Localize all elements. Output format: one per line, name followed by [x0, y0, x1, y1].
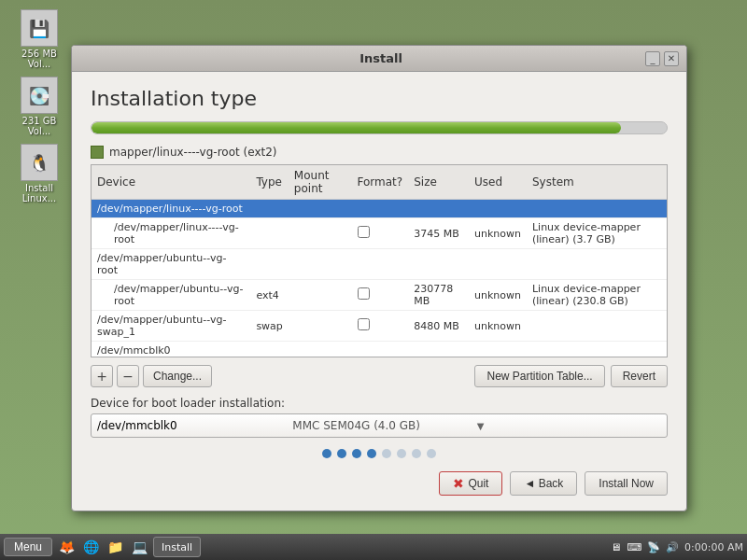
new-partition-table-button[interactable]: New Partition Table... [474, 365, 604, 387]
icon-label-install: Install Linux... [9, 183, 69, 203]
taskbar-volume-icon: 🔊 [666, 541, 679, 553]
quit-icon: ✖ [453, 476, 464, 491]
type-cell [250, 218, 288, 249]
type-cell [250, 200, 288, 218]
system-cell [527, 342, 667, 358]
page-title: Installation type [91, 87, 668, 110]
window-controls: _ ✕ [645, 51, 679, 66]
taskbar-menu-button[interactable]: Menu [4, 538, 52, 556]
desktop-icons: 💾 256 MB Vol... 💽 231 GB Vol... 🐧 Instal… [9, 9, 69, 203]
format-cell [352, 311, 409, 342]
window-titlebar: Install _ ✕ [72, 46, 686, 72]
desktop-icon-install[interactable]: 🐧 Install Linux... [9, 144, 69, 203]
nav-dot-6[interactable] [412, 449, 421, 458]
format-cell [352, 280, 409, 311]
used-cell: unknown [469, 218, 527, 249]
close-button[interactable]: ✕ [664, 51, 679, 66]
table-row[interactable]: /dev/mapper/linux----vg-root3745 MBunkno… [92, 218, 667, 249]
taskbar-install-app[interactable]: Install [153, 537, 201, 557]
taskbar-browser-icon[interactable]: 🌐 [80, 537, 101, 557]
taskbar-firefox-icon[interactable]: 🦊 [56, 537, 77, 557]
right-action-buttons: New Partition Table... Revert [474, 365, 668, 387]
icon-label-231gb: 231 GB Vol... [9, 116, 69, 136]
used-cell [469, 342, 527, 358]
progress-bar-container [91, 121, 668, 134]
bottom-buttons: ✖ Quit ◄ Back Install Now [91, 471, 668, 496]
boot-device-section: Device for boot loader installation: /de… [91, 397, 668, 438]
format-cell [352, 342, 409, 358]
mount-cell [289, 342, 352, 358]
window-title: Install [117, 51, 645, 65]
taskbar-terminal-icon[interactable]: 💻 [129, 537, 149, 557]
used-cell [469, 200, 527, 218]
format-cell [352, 249, 409, 280]
system-cell [527, 311, 667, 342]
taskbar-monitor-icon: 🖥 [611, 541, 621, 553]
icon-label-256mb: 256 MB Vol... [9, 49, 69, 69]
table-row[interactable]: /dev/mapper/ubuntu--vg-root [92, 249, 667, 280]
table-header: Device Type Mount point Format? Size Use… [92, 165, 667, 200]
type-cell [250, 249, 288, 280]
format-cell [352, 200, 409, 218]
mount-cell [289, 280, 352, 311]
change-partition-button[interactable]: Change... [143, 365, 212, 387]
device-cell: /dev/mmcblk0 [92, 342, 250, 358]
table-actions: + − Change... New Partition Table... Rev… [91, 365, 668, 387]
desktop-icon-231gb[interactable]: 💽 231 GB Vol... [9, 77, 69, 136]
nav-dot-7[interactable] [427, 449, 436, 458]
system-cell [527, 200, 667, 218]
col-format: Format? [352, 165, 409, 200]
quit-button[interactable]: ✖ Quit [439, 471, 502, 496]
col-device: Device [92, 165, 250, 200]
table-row[interactable]: /dev/mapper/ubuntu--vg-rootext4230778 MB… [92, 280, 667, 311]
window-content: Installation type mapper/linux----vg-roo… [72, 72, 686, 511]
nav-dot-3[interactable] [367, 449, 376, 458]
taskbar-files-icon[interactable]: 📁 [105, 537, 125, 557]
size-cell: 230778 MB [408, 280, 469, 311]
revert-button[interactable]: Revert [611, 365, 668, 387]
nav-dot-1[interactable] [337, 449, 346, 458]
device-cell: /dev/mapper/linux----vg-root [92, 200, 250, 218]
nav-dot-5[interactable] [397, 449, 406, 458]
minimize-button[interactable]: _ [645, 51, 660, 66]
linux-icon: 🐧 [21, 144, 58, 181]
size-cell [408, 342, 469, 358]
boot-device-select[interactable]: /dev/mmcblk0 MMC SEM04G (4.0 GB) ▼ [91, 413, 668, 438]
desktop-icon-256mb[interactable]: 💾 256 MB Vol... [9, 9, 69, 69]
boot-device-label: Device for boot loader installation: [91, 397, 668, 410]
type-cell [250, 342, 288, 358]
disk-icon-231gb: 💽 [21, 77, 58, 114]
col-mount: Mount point [289, 165, 352, 200]
device-cell: /dev/mapper/ubuntu--vg-root [92, 280, 250, 311]
device-cell: /dev/mapper/ubuntu--vg-swap_1 [92, 311, 250, 342]
nav-dot-2[interactable] [352, 449, 361, 458]
mount-cell [289, 200, 352, 218]
taskbar-time: 0:00:00 AM [684, 541, 743, 553]
col-used: Used [469, 165, 527, 200]
install-now-button[interactable]: Install Now [585, 471, 668, 496]
partition-table[interactable]: Device Type Mount point Format? Size Use… [91, 164, 668, 357]
quit-label: Quit [468, 477, 488, 490]
col-size: Size [408, 165, 469, 200]
size-cell: 8480 MB [408, 311, 469, 342]
nav-dot-4[interactable] [382, 449, 391, 458]
add-partition-button[interactable]: + [91, 365, 113, 387]
table-row[interactable]: /dev/mapper/linux----vg-root [92, 200, 667, 218]
table-row[interactable]: /dev/mapper/ubuntu--vg-swap_1swap8480 MB… [92, 311, 667, 342]
taskbar-right: 🖥 ⌨ 📡 🔊 0:00:00 AM [611, 541, 743, 553]
system-cell [527, 249, 667, 280]
remove-partition-button[interactable]: − [117, 365, 139, 387]
table-row[interactable]: /dev/mmcblk0 [92, 342, 667, 358]
col-type: Type [250, 165, 288, 200]
dropdown-arrow-icon: ▼ [477, 421, 661, 431]
nav-dot-0[interactable] [322, 449, 331, 458]
col-system: System [527, 165, 667, 200]
system-cell: Linux device-mapper (linear) (3.7 GB) [527, 218, 667, 249]
system-cell: Linux device-mapper (linear) (230.8 GB) [527, 280, 667, 311]
taskbar: Menu 🦊 🌐 📁 💻 Install 🖥 ⌨ 📡 🔊 0:00:00 AM [0, 534, 747, 560]
taskbar-network-icon: 📡 [647, 541, 660, 553]
partition-rows: /dev/mapper/linux----vg-root/dev/mapper/… [92, 200, 667, 358]
device-cell: /dev/mapper/linux----vg-root [92, 218, 250, 249]
back-button[interactable]: ◄ Back [510, 471, 577, 496]
desktop: 💾 256 MB Vol... 💽 231 GB Vol... 🐧 Instal… [0, 0, 747, 560]
